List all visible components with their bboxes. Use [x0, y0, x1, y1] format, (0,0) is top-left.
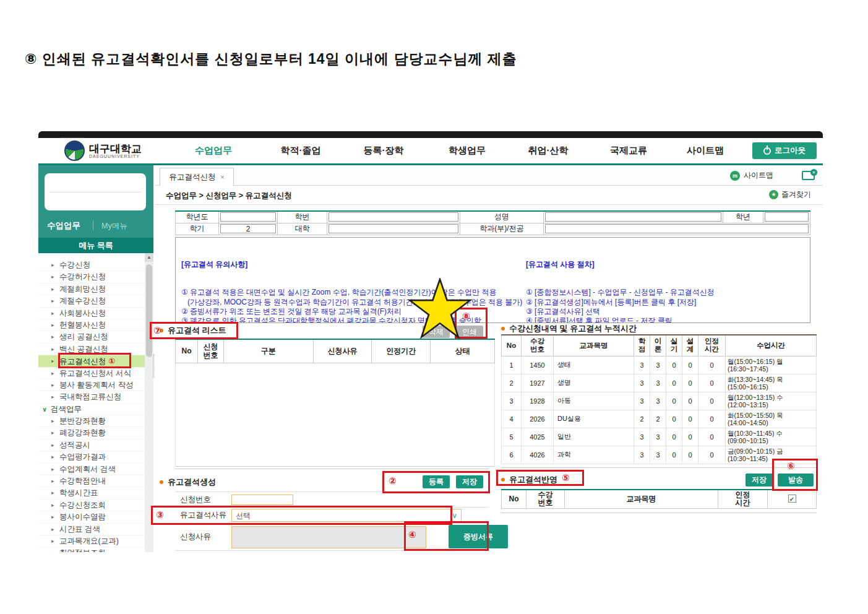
nav-item-sitemap[interactable]: 사이트맵: [687, 145, 724, 157]
sidebar-item-label: 헌혈봉사신청: [59, 321, 106, 329]
table-cell: 2026: [522, 410, 554, 428]
table-row[interactable]: 54025일반33000월(10:30~11:45) 수(09:00~10:15…: [502, 428, 817, 446]
table-cell: 4026: [522, 446, 554, 464]
sidebar-item[interactable]: ▸봉사이수열람: [38, 511, 145, 523]
arrow-right-icon: ▸: [51, 355, 54, 367]
sidebar-item[interactable]: ▸유고결석신청서 서식: [38, 368, 145, 379]
sidebar-item[interactable]: ▸취업정보조회: [38, 547, 145, 552]
table-cell: 월(10:30~11:45) 수(09:00~10:15): [726, 428, 817, 446]
sidebar-item[interactable]: ▸수업평가결과: [38, 451, 145, 463]
table-cell: 3: [650, 356, 666, 374]
arrow-right-icon: ▸: [51, 487, 54, 499]
col-theory: 이 론: [650, 335, 666, 356]
send-button[interactable]: 발송: [778, 473, 814, 486]
notice-left-title: [유고결석 유의사항]: [181, 260, 522, 269]
sidebar-item[interactable]: ▸수강신청조회: [38, 499, 145, 511]
sidebar-item[interactable]: ▸수강신청: [38, 259, 145, 271]
sidebar-item[interactable]: ▸백신 공결신청: [38, 344, 145, 355]
attach-documents-button[interactable]: 증빙서류: [449, 525, 508, 548]
sidebar-tab-mymenu[interactable]: My메뉴: [101, 221, 127, 231]
sidebar-item[interactable]: ▸분반강좌현황: [38, 415, 145, 427]
table-cell: 0: [682, 356, 698, 374]
select-all-checkbox[interactable]: ✔: [788, 495, 796, 503]
nav-item-student[interactable]: 학생업무: [449, 145, 486, 157]
sitemap-shortcut[interactable]: m 사이트맵: [730, 170, 773, 181]
sidebar-item-label: 계절수강신청: [59, 296, 106, 305]
col-no: No: [176, 339, 198, 363]
table-cell: 3: [634, 392, 650, 410]
sidebar-item[interactable]: ▸수강허가신청: [38, 271, 145, 283]
sidebar-item[interactable]: ∨검색업무: [38, 404, 145, 415]
sidebar-scrollbar[interactable]: ▲: [145, 253, 153, 552]
student-no-field[interactable]: [329, 212, 458, 222]
table-cell: 1: [502, 356, 522, 374]
nav-item-registration[interactable]: 등록·장학: [364, 145, 404, 157]
sidebar-item[interactable]: ▸헌혈봉사신청: [38, 319, 145, 331]
absence-list-title: 유고결석 리스트: [160, 325, 226, 336]
major-field[interactable]: [545, 224, 809, 233]
sidebar-item[interactable]: ▸계절수강신청: [38, 295, 145, 307]
request-no-label: 신청번호: [175, 492, 229, 508]
table-row[interactable]: 64026과학33000금(09:00~10:15) 금(10:30~11:45…: [502, 446, 817, 464]
sidebar-item-label: 학생시간표: [59, 488, 98, 497]
sidebar-item[interactable]: ▸봉사 활동계획서 작성: [38, 379, 145, 391]
annotation-5: ⑤: [562, 472, 570, 483]
field-label-college: 대학: [278, 223, 327, 235]
table-cell: 2: [502, 374, 522, 392]
request-reason-textarea[interactable]: [231, 526, 426, 548]
sidebar-item-label: 계절희망신청: [59, 285, 106, 293]
save-button[interactable]: 저장: [456, 475, 483, 488]
sidebar-item[interactable]: ▸계절희망신청: [38, 283, 145, 295]
table-row[interactable]: 21927생명33000화(13:30~14:45) 목(15:00~16:15…: [502, 374, 817, 392]
term-field[interactable]: 2: [220, 224, 276, 233]
scroll-up-icon[interactable]: ▲: [145, 253, 153, 262]
table-cell: 3: [634, 428, 650, 446]
nav-item-classwork[interactable]: 수업업무: [195, 145, 232, 157]
field-label-student-no: 학번: [278, 211, 327, 223]
table-cell: 0: [698, 356, 726, 374]
nav-item-international[interactable]: 국제교류: [610, 145, 647, 157]
favorites-button[interactable]: ★ 즐겨찾기: [769, 189, 811, 200]
table-row[interactable]: 31928아동33000월(12:00~13:15) 수(12:00~13:15…: [502, 392, 817, 410]
register-button[interactable]: 등록: [423, 475, 450, 488]
request-reason-label: 신청사유: [175, 524, 229, 551]
sidebar-item[interactable]: ▸폐강강좌현황: [38, 427, 145, 439]
sidebar-item-label: 봉사이수열람: [59, 512, 106, 521]
sidebar-item[interactable]: ▸유고결석신청①: [38, 355, 145, 367]
absence-reason-select[interactable]: 선택 ∨: [231, 509, 462, 522]
menu-list-header: 메뉴 목록: [38, 238, 153, 253]
tab-absence-request[interactable]: 유고결석신청 ×: [160, 168, 234, 186]
sidebar-item[interactable]: ▸사회봉사신청: [38, 308, 145, 319]
sidebar-item[interactable]: ▸성적공시: [38, 439, 145, 451]
table-cell: 생태: [554, 356, 634, 374]
col-class-time: 수업시간: [726, 335, 817, 356]
request-no-field[interactable]: [231, 495, 293, 505]
tab-close-icon[interactable]: ×: [220, 173, 224, 181]
grade-field[interactable]: [765, 212, 809, 222]
name-field[interactable]: [545, 212, 721, 222]
scrollbar-thumb[interactable]: [146, 264, 152, 357]
apply-save-button[interactable]: 저장: [746, 473, 773, 486]
arrow-right-icon: ▸: [51, 535, 54, 547]
university-logo[interactable]: 대구대학교 DAEGUUNIVERSITY: [64, 141, 142, 161]
nav-item-career[interactable]: 취업·산학: [528, 145, 569, 157]
sidebar-item[interactable]: ▸국내학점교류신청: [38, 391, 145, 403]
sidebar-item[interactable]: ▸학생시간표: [38, 487, 145, 499]
college-field[interactable]: [329, 224, 458, 233]
table-cell: 일반: [554, 428, 634, 446]
sidebar-tab-classwork[interactable]: 수업업무: [47, 220, 80, 231]
nav-item-records[interactable]: 학적·졸업: [281, 145, 321, 157]
year-field[interactable]: [220, 212, 276, 222]
sidebar-item[interactable]: ▸교과목개요(교과): [38, 535, 145, 547]
logout-button[interactable]: 로그아웃: [752, 142, 817, 159]
arrow-right-icon: ▸: [51, 283, 54, 295]
sidebar-item-label: 수강신청조회: [59, 501, 106, 509]
table-row[interactable]: 42026DU실용22000화(15:00~15:50) 목(14:00~14:…: [502, 410, 817, 428]
sidebar-item[interactable]: ▸시간표 검색: [38, 524, 145, 535]
table-cell: 과학: [554, 446, 634, 464]
sidebar-item[interactable]: ▸수업계획서 검색: [38, 464, 145, 475]
close-all-tabs-icon[interactable]: [802, 171, 815, 180]
sidebar-item[interactable]: ▸생리 공결신청: [38, 331, 145, 343]
table-row[interactable]: 11450생태33000월(15:00~16:15) 월(16:30~17:45…: [502, 356, 817, 374]
sidebar-item[interactable]: ▸수강학점안내: [38, 475, 145, 487]
